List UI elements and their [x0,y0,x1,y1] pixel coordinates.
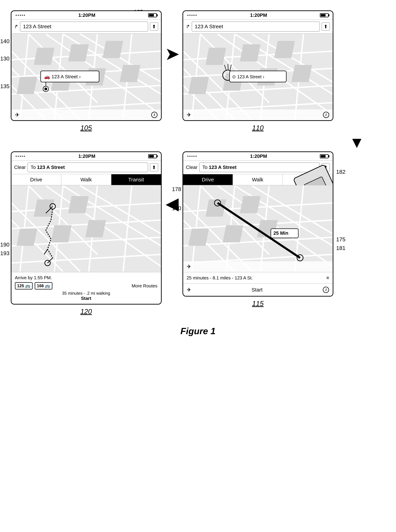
svg-marker-17 [68,44,89,62]
info-icon-115[interactable]: i [323,287,329,293]
figure-title: Figure 1 [181,326,215,336]
svg-marker-18 [103,41,123,58]
svg-line-55 [228,64,228,70]
ref-135: 135 [0,83,10,90]
battery-120 [148,154,157,158]
map-bottom-bar-110: ✈ i [183,109,333,120]
svg-marker-46 [274,41,295,58]
status-bar-120: ••••• 1:20PM [12,152,161,161]
svg-marker-45 [240,44,260,62]
ref-130: 130 [0,56,10,62]
map-bottom-bar-105: ✈ i [12,109,161,120]
svg-marker-47 [188,77,209,94]
svg-marker-97 [205,200,226,217]
mode-selector-115: Drive Walk Tra... [183,174,333,185]
time-105: 1:20PM [78,12,95,18]
arrow-right-top: ➤ [162,45,182,63]
share-icon-120[interactable]: ⬆ [150,163,158,171]
dest-box-115[interactable]: To 123 A Street [199,163,320,172]
share-icon-110[interactable]: ⬆ [322,22,330,31]
drive-info-bar-115: 25 minutes - 8.1 miles - 123 A St. ≡ [183,272,333,283]
nav-bar-120: Clear To 123 A Street ⬆ [12,161,161,174]
nav-arrow-110: ↱ [186,24,190,29]
search-bar-105[interactable]: ↱ 123 A Street ⬆ [12,20,161,34]
ref-180: 180 [172,205,181,211]
location-icon-105[interactable]: ✈ [15,112,20,118]
route-row-120: 125 🚌 166 🚌 More Routes [15,282,157,289]
ref-178: 178 [172,186,181,192]
screen-120: ••••• 1:20PM Clear To 123 A Street ⬆ Dri… [11,151,162,305]
screen-110: ••••• 1:20PM ↱ 123 A Street ⬆ [182,10,333,121]
info-panel-120: Arrive by 1:55 PM. 125 🚌 166 🚌 More Rout… [12,272,161,304]
location-icon-110[interactable]: ✈ [187,112,191,118]
map-105: 🚗 123 A Street › ✈ i [12,34,161,120]
location-icon-115[interactable]: ✈ [187,263,191,270]
info-icon-105[interactable]: i [151,112,157,118]
svg-marker-99 [188,229,209,246]
screen-label-120: 120 [80,308,92,316]
status-bar-115: ••••• 1:20PM [183,152,333,161]
ref-190: 190 [0,242,10,248]
share-icon-105[interactable]: ⬆ [150,22,158,31]
svg-point-26 [44,87,47,90]
svg-marker-76 [85,220,106,237]
ref-181: 181 [336,245,345,251]
search-bar-110[interactable]: ↱ 123 A Street ⬆ [183,20,333,34]
arrive-text-120: Arrive by 1:55 PM. [15,275,157,280]
nav-arrow-105: ↱ [14,24,18,29]
svg-marker-100 [222,225,243,242]
svg-marker-73 [68,196,89,213]
map-bottom-bar-115: ✈ [183,261,333,272]
bus-badge-2-120: 166 🚌 [35,282,52,289]
signal-dots-115: ••••• [187,154,198,158]
nav-location-115[interactable]: ✈ [187,287,191,293]
page-container: 100 125 140 130 135 145 150 155 ••••• 1:… [0,0,396,532]
time-115: 1:20PM [250,153,267,159]
drive-btn-115[interactable]: Drive [183,174,233,185]
time-120: 1:20PM [78,153,95,159]
bus-badge-1-120: 125 🚌 [15,282,33,289]
ref-182: 182 [336,169,345,175]
screen-105: ••••• 1:20PM ↱ 123 A Street ⬆ [11,10,162,121]
signal-dots-105: ••••• [16,13,26,17]
start-link-120[interactable]: Start [15,296,157,301]
info-icon-110[interactable]: i [323,112,329,118]
route-desc-120: 35 minutes - .2 mi walking [15,291,157,296]
screen-115: ••••• 1:20PM Clear To 123 A Street ⬆ Dri… [182,151,333,297]
start-label-115[interactable]: Start [251,287,262,293]
signal-dots-120: ••••• [16,154,26,158]
ref-175: 175 [336,236,345,243]
svg-text:25 Min: 25 Min [273,230,288,236]
mode-selector-120: Drive Walk Transit [12,174,161,185]
svg-marker-74 [17,229,37,246]
screen-label-115: 115 [252,300,264,307]
battery-110 [320,13,329,17]
signal-dots-110: ••••• [187,13,198,17]
dest-box-120[interactable]: To 123 A Street [27,163,148,172]
svg-marker-75 [51,225,71,242]
more-routes-120[interactable]: More Routes [132,283,157,289]
screen-label-105: 105 [80,124,92,132]
drive-btn-120[interactable]: Drive [12,174,61,185]
map-115: 25 Min ✈ [183,185,333,272]
svg-marker-19 [17,77,37,94]
screen-label-110: 110 [252,124,264,132]
map-110: ⊙ 123 A Street › ✈ i [183,34,333,120]
time-110: 1:20PM [250,12,267,18]
battery-105 [148,13,157,17]
search-input-105[interactable]: 123 A Street [20,22,148,32]
transit-btn-120[interactable]: Transit [111,174,161,185]
clear-btn-120[interactable]: Clear [14,164,26,170]
ref-140: 140 [0,38,10,45]
svg-text:🚗 123 A Street ›: 🚗 123 A Street › [44,74,81,79]
search-input-110[interactable]: 123 A Street [192,22,320,32]
svg-marker-16 [34,48,54,65]
clear-btn-115[interactable]: Clear [186,164,198,170]
walk-btn-120[interactable]: Walk [61,174,111,185]
svg-marker-98 [240,196,260,213]
svg-marker-44 [205,48,226,65]
svg-text:⊙ 123 A Street ›: ⊙ 123 A Street › [232,74,264,79]
battery-115 [320,154,329,158]
svg-marker-22 [120,65,140,82]
walk-btn-115[interactable]: Walk [233,174,283,185]
